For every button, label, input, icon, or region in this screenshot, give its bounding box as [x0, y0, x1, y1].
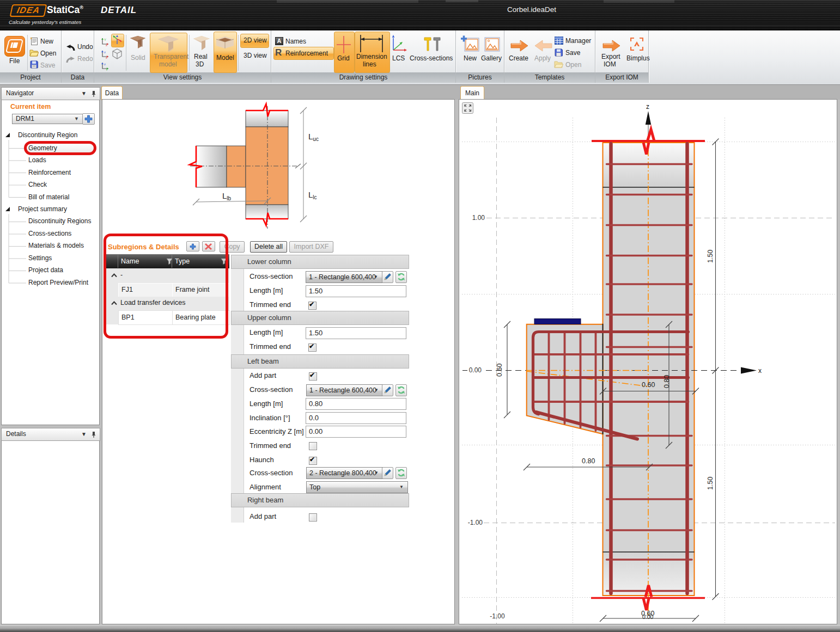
- svg-text:0.60: 0.60: [642, 381, 655, 389]
- svg-text:x: x: [106, 56, 107, 59]
- svg-text:-1.00: -1.00: [468, 519, 483, 526]
- svg-text:1.50: 1.50: [707, 250, 714, 263]
- svg-text:Llb: Llb: [222, 191, 232, 201]
- svg-text:0.00: 0.00: [642, 613, 654, 620]
- svg-text:0.80: 0.80: [582, 457, 595, 465]
- svg-text:0.00: 0.00: [469, 366, 482, 374]
- svg-text:1.50: 1.50: [707, 477, 714, 490]
- svg-text:0.60: 0.60: [496, 364, 503, 377]
- svg-text:z: z: [646, 103, 649, 111]
- svg-text:0.80: 0.80: [663, 375, 671, 388]
- svg-text:x: x: [106, 44, 107, 46]
- svg-text:-1.00: -1.00: [490, 612, 505, 620]
- svg-text:Y: Y: [104, 38, 106, 41]
- svg-text:Luc: Luc: [308, 132, 319, 142]
- svg-text:1.00: 1.00: [472, 214, 485, 222]
- svg-text:z: z: [104, 63, 106, 66]
- svg-text:z: z: [104, 51, 106, 54]
- svg-text:Llc: Llc: [308, 190, 317, 200]
- svg-text:Y: Y: [106, 68, 108, 71]
- svg-text:x: x: [758, 367, 762, 375]
